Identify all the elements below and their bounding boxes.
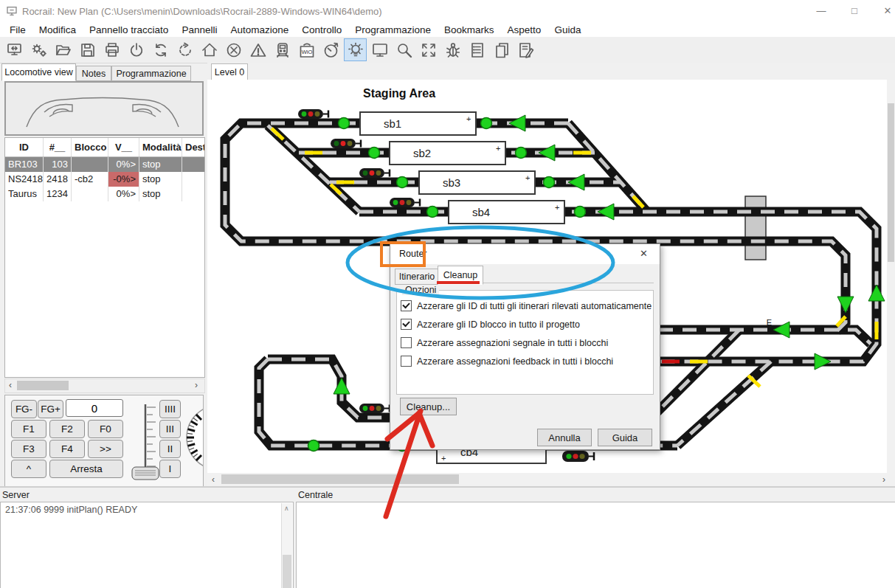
stop-button[interactable]: Arresta	[49, 460, 123, 478]
slider-handle[interactable]	[132, 467, 159, 480]
table-row[interactable]: BR103 103 0%> stop	[5, 157, 204, 172]
step-2-button[interactable]: II	[159, 440, 181, 458]
debug-icon[interactable]	[441, 38, 464, 61]
report-icon[interactable]	[466, 38, 488, 61]
tab-programmazione[interactable]: Programmazione	[111, 66, 191, 81]
scroll-thumb[interactable]	[888, 103, 894, 262]
help-button[interactable]: Guida	[598, 429, 652, 446]
checkbox-icon[interactable]	[401, 337, 412, 348]
copy-icon[interactable]	[490, 38, 513, 61]
menu-automazione[interactable]: Automazione	[224, 24, 295, 35]
cleanup-button[interactable]: Cleanup...	[400, 398, 457, 415]
fg-plus-button[interactable]: FG+	[38, 400, 63, 418]
checkbox-icon[interactable]	[401, 300, 412, 311]
svg-text:WiO: WiO	[301, 49, 312, 55]
step-4-button[interactable]: IIII	[159, 400, 181, 418]
table-row[interactable]: Taurus 1234 0%> stop	[5, 187, 204, 201]
warning-icon[interactable]	[246, 38, 269, 61]
properties-icon[interactable]	[27, 38, 50, 61]
menu-pannello-tracciato[interactable]: Pannello tracciato	[83, 24, 175, 35]
option-reset-block-ids[interactable]: Azzerare gli ID blocco in tutto il proge…	[401, 319, 580, 330]
table-row[interactable]: NS2418 2418 -cb2 -0%> stop	[5, 172, 204, 187]
splitter[interactable]	[0, 486, 895, 488]
menu-file[interactable]: File	[3, 24, 32, 35]
train-icon[interactable]	[271, 38, 294, 61]
tab-locomotive-view[interactable]: Locomotive view	[1, 63, 76, 81]
menu-guida[interactable]: Guida	[547, 24, 587, 35]
power-icon[interactable]	[125, 38, 148, 61]
menu-controllo[interactable]: Controllo	[295, 24, 348, 35]
print-icon[interactable]	[100, 38, 123, 61]
refresh-icon[interactable]	[149, 38, 172, 61]
scroll-left-icon[interactable]: ‹	[9, 379, 12, 391]
scroll-thumb[interactable]	[283, 555, 291, 588]
monitor-icon[interactable]	[368, 38, 391, 61]
option-reset-feedback-assignments[interactable]: Azzerare assegnazioni feedback in tutti …	[401, 356, 613, 367]
minimize-button[interactable]: —	[809, 0, 834, 21]
f2-button[interactable]: F2	[49, 420, 85, 438]
menu-pannelli[interactable]: Pannelli	[175, 24, 224, 35]
f0-button[interactable]: F0	[88, 420, 123, 438]
direction-button[interactable]: ^	[11, 460, 46, 478]
speed-icon[interactable]	[319, 38, 342, 61]
wio-icon[interactable]: WiO	[295, 38, 318, 61]
scroll-up-icon[interactable]: ∧	[284, 505, 289, 512]
tab-notes[interactable]: Notes	[76, 66, 111, 81]
tab-level-0[interactable]: Level 0	[211, 63, 248, 80]
plan-hscrollbar[interactable]: ‹ ›	[207, 473, 895, 486]
scroll-thumb[interactable]	[221, 474, 459, 484]
menu-bookmarks[interactable]: Bookmarks	[438, 24, 501, 35]
server-log-vscrollbar[interactable]: ∧	[281, 503, 292, 588]
block-sb2: sb2+	[390, 142, 505, 165]
home-icon[interactable]	[198, 38, 221, 61]
fullscreen-icon[interactable]	[417, 38, 440, 61]
close-button[interactable]: ✕	[875, 0, 895, 21]
scroll-right-icon[interactable]: ›	[882, 474, 885, 485]
tab-itinerario[interactable]: Itinerario	[395, 269, 439, 285]
menu-aspetto[interactable]: Aspetto	[501, 24, 548, 35]
table-hscrollbar[interactable]: ‹ ›	[4, 378, 205, 393]
fn-shift-button[interactable]: >>	[88, 440, 123, 458]
bridge[interactable]	[745, 196, 766, 260]
checkbox-icon[interactable]	[401, 319, 412, 330]
checkbox-icon[interactable]	[401, 356, 412, 367]
lamp-icon[interactable]	[344, 38, 367, 61]
edit-icon[interactable]	[514, 38, 537, 61]
maximize-button[interactable]: □	[842, 0, 867, 21]
speed-value-input[interactable]	[66, 399, 123, 417]
step-3-button[interactable]: III	[159, 420, 181, 438]
option-reset-route-ids[interactable]: Azzerare gli ID di tutti gli itinerari r…	[401, 300, 652, 311]
f3-button[interactable]: F3	[11, 440, 46, 458]
svg-text:+: +	[525, 173, 530, 182]
menu-modifica[interactable]: Modifica	[32, 24, 83, 35]
cancel-icon[interactable]	[222, 38, 245, 61]
workspace-icon[interactable]	[3, 38, 26, 61]
col-v[interactable]: V__	[108, 138, 139, 156]
col-id[interactable]: ID	[5, 138, 44, 156]
menu-programmazione[interactable]: Programmazione	[348, 24, 438, 35]
central-log[interactable]	[296, 502, 895, 588]
col-blocco[interactable]: Blocco	[72, 138, 108, 156]
col-destin[interactable]: Destin	[182, 138, 205, 156]
dialog-close-icon[interactable]: ✕	[640, 248, 648, 259]
throttle-slider[interactable]	[129, 398, 163, 484]
fg-minus-button[interactable]: FG-	[11, 400, 37, 418]
step-1-button[interactable]: I	[159, 460, 181, 478]
f1-button[interactable]: F1	[11, 420, 46, 438]
rotate-icon[interactable]	[173, 38, 196, 61]
zoom-icon[interactable]	[393, 38, 415, 61]
tab-cleanup[interactable]: Cleanup	[438, 266, 483, 285]
cancel-button[interactable]: Annulla	[537, 429, 592, 446]
scroll-left-icon[interactable]: ‹	[212, 474, 215, 485]
f4-button[interactable]: F4	[49, 440, 85, 458]
plan-vscrollbar[interactable]	[887, 80, 895, 473]
scroll-right-icon[interactable]: ›	[195, 379, 198, 391]
dialog-title-bar[interactable]: Router ✕	[390, 244, 660, 264]
server-log[interactable]: 21:37:06 9999 initPlan() READY ∧	[0, 502, 294, 588]
option-reset-signal-assignments[interactable]: Azzerare assegnazioni segnale in tutti i…	[401, 337, 608, 348]
scroll-thumb[interactable]	[17, 381, 69, 390]
save-icon[interactable]	[76, 38, 99, 61]
col-modalita[interactable]: Modalità	[139, 138, 182, 156]
open-icon[interactable]	[52, 38, 75, 61]
col-nr[interactable]: #__	[44, 138, 72, 156]
